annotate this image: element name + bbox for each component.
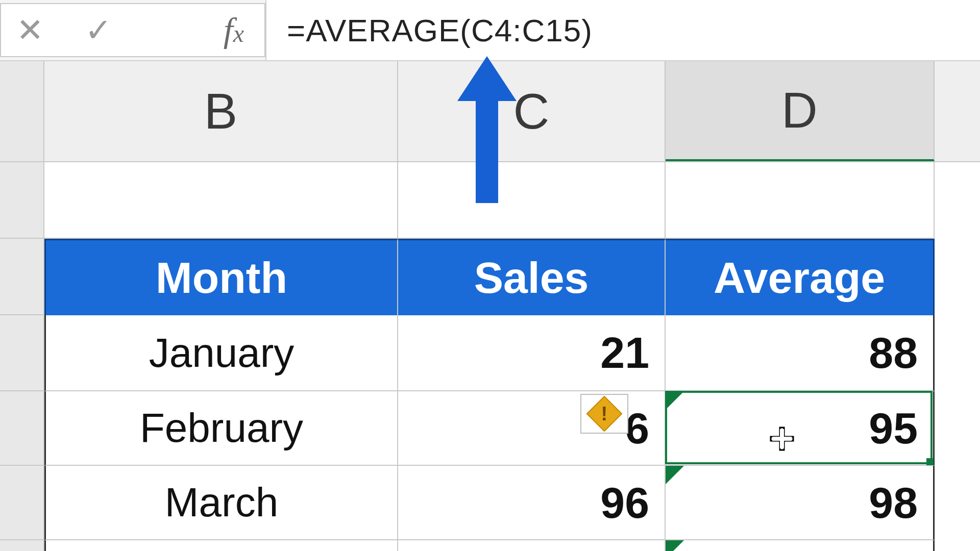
error-smart-tag[interactable]: ! — [580, 394, 628, 434]
name-box[interactable]: ✕ ✓ fx — [0, 3, 265, 57]
insert-function-icon[interactable]: fx — [224, 10, 244, 51]
table-row: January 21 88 — [0, 315, 980, 391]
cell[interactable] — [666, 162, 935, 239]
select-all-corner[interactable] — [0, 61, 44, 161]
header-sales[interactable]: Sales — [398, 239, 666, 315]
cell[interactable] — [398, 540, 666, 551]
svg-rect-4 — [772, 437, 792, 441]
cell-average[interactable]: 95 — [666, 391, 935, 466]
svg-marker-0 — [457, 56, 517, 203]
row-header[interactable] — [0, 391, 44, 466]
header-average[interactable]: Average — [666, 239, 935, 315]
annotation-arrow — [456, 56, 518, 204]
spreadsheet-grid: Month Sales Average January 21 88 Februa… — [0, 162, 980, 551]
cell[interactable] — [44, 162, 398, 239]
row-header[interactable] — [0, 315, 44, 391]
error-triangle-icon — [666, 540, 684, 551]
cell[interactable] — [44, 540, 398, 551]
column-header-B[interactable]: B — [44, 61, 398, 161]
table-row — [0, 540, 980, 551]
formula-bar: ✕ ✓ fx =AVERAGE(C4:C15) — [0, 0, 980, 61]
table-row: March 96 98 — [0, 466, 980, 540]
column-header-C[interactable]: C — [398, 61, 666, 161]
table-header-row: Month Sales Average — [0, 239, 980, 315]
row-header[interactable] — [0, 540, 44, 551]
cell-sales[interactable]: 96 — [398, 466, 666, 540]
formula-input[interactable]: =AVERAGE(C4:C15) — [265, 0, 980, 60]
cell-sales[interactable]: 21 — [398, 315, 666, 391]
row-header[interactable] — [0, 239, 44, 315]
column-header-D[interactable]: D — [666, 61, 935, 161]
cursor-cross-icon — [770, 427, 794, 451]
error-triangle-icon — [666, 391, 684, 410]
cell-average[interactable]: 88 — [666, 315, 935, 391]
cell[interactable] — [666, 540, 935, 551]
cell[interactable] — [398, 162, 666, 239]
enter-icon[interactable]: ✓ — [85, 11, 112, 49]
row-header[interactable] — [0, 466, 44, 540]
cell-month[interactable]: February — [44, 391, 398, 466]
header-month[interactable]: Month — [44, 239, 398, 315]
cancel-icon[interactable]: ✕ — [16, 11, 44, 49]
cell-average[interactable]: 98 — [666, 466, 935, 540]
table-row: February 6 95 — [0, 391, 980, 466]
error-triangle-icon — [666, 466, 684, 484]
warning-icon: ! — [586, 396, 623, 432]
cell-month[interactable]: March — [44, 466, 398, 540]
cell-month[interactable]: January — [44, 315, 398, 391]
row-header[interactable] — [0, 162, 44, 239]
